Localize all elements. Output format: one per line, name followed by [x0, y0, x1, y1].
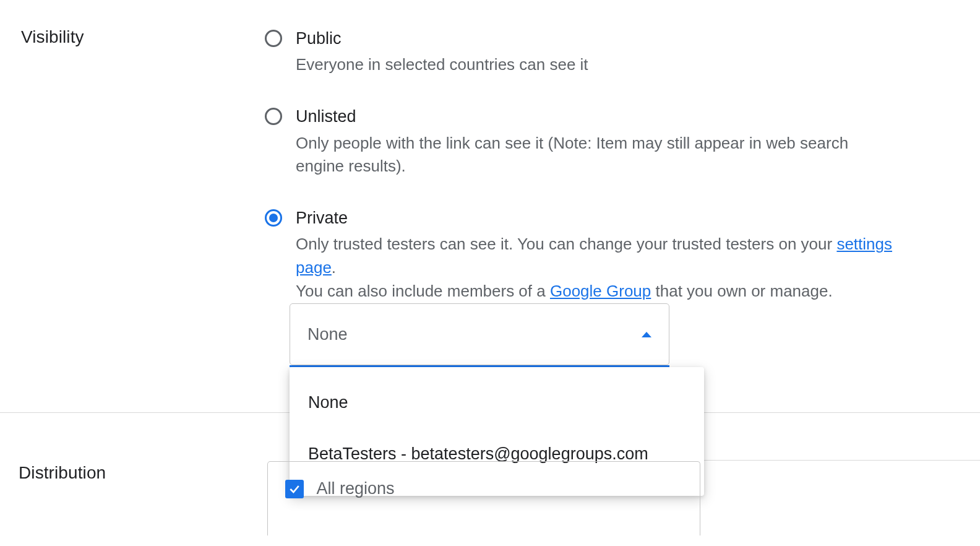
section-divider-right [700, 460, 980, 461]
private-desc-part2: . [332, 258, 336, 277]
private-desc-part3: You can also include members of a [296, 282, 550, 300]
option-title-public: Public [296, 27, 896, 50]
radio-private[interactable] [265, 209, 282, 227]
checkmark-icon [288, 483, 301, 495]
visibility-options: Public Everyone in selected countries ca… [265, 27, 896, 303]
option-desc-private: Only trusted testers can see it. You can… [296, 233, 896, 303]
all-regions-label: All regions [316, 479, 394, 498]
option-title-unlisted: Unlisted [296, 105, 896, 128]
visibility-option-private[interactable]: Private Only trusted testers can see it.… [265, 207, 896, 303]
option-title-private: Private [296, 207, 896, 229]
visibility-option-public[interactable]: Public Everyone in selected countries ca… [265, 27, 896, 77]
option-text-unlisted: Unlisted Only people with the link can s… [296, 105, 896, 178]
option-desc-public: Everyone in selected countries can see i… [296, 53, 896, 77]
group-select-value: None [307, 325, 348, 344]
caret-up-icon [642, 332, 651, 337]
section-label-visibility: Visibility [21, 27, 84, 47]
radio-public[interactable] [265, 30, 282, 47]
section-label-distribution: Distribution [19, 463, 106, 483]
group-option-none[interactable]: None [290, 377, 704, 428]
distribution-box: All regions [267, 461, 700, 535]
visibility-option-unlisted[interactable]: Unlisted Only people with the link can s… [265, 105, 896, 178]
option-text-private: Private Only trusted testers can see it.… [296, 207, 896, 303]
group-select[interactable]: None [290, 303, 669, 365]
radio-unlisted[interactable] [265, 108, 282, 125]
google-group-link[interactable]: Google Group [550, 282, 651, 300]
option-desc-unlisted: Only people with the link can see it (No… [296, 132, 896, 178]
private-desc-part4: that you own or manage. [651, 282, 832, 300]
private-desc-part1: Only trusted testers can see it. You can… [296, 235, 836, 253]
all-regions-checkbox[interactable] [285, 480, 304, 498]
option-text-public: Public Everyone in selected countries ca… [296, 27, 896, 77]
